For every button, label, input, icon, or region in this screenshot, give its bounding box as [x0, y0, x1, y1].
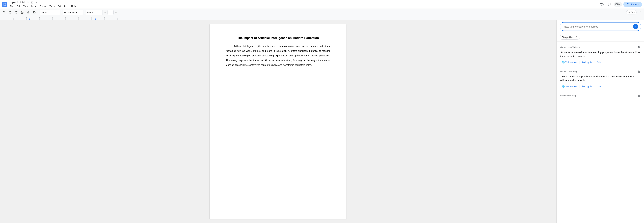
main-layout: The Impact of Artificial Intelligence on…: [0, 20, 644, 223]
source-quote-bold-1: 62%: [635, 51, 640, 54]
title-section: Impact of AI ☆ ⊡ ☁ File Edit View Insert…: [9, 1, 598, 8]
menu-view[interactable]: View: [22, 4, 29, 8]
font-label: Arial: [87, 11, 92, 14]
undo-btn[interactable]: [8, 10, 13, 15]
paintformat-btn[interactable]: [32, 10, 37, 15]
visit-source-1[interactable]: 🌐 Visit source: [560, 60, 578, 64]
zoom-value: 100%: [41, 11, 47, 14]
search-submit-button[interactable]: →: [633, 24, 638, 29]
svg-point-3: [3, 12, 5, 13]
font-size-input[interactable]: [108, 10, 114, 15]
cite-btn-2[interactable]: Cite ▾: [595, 84, 604, 88]
copy-btn-2[interactable]: ⧉ Copy ⧉: [580, 84, 593, 88]
share-chevron: ▾: [638, 3, 639, 6]
more-toolbar-btn[interactable]: ⋮: [119, 10, 124, 15]
zoom-dropdown[interactable]: 100% ▾: [40, 10, 60, 15]
spellcheck-btn[interactable]: [26, 10, 31, 15]
menu-insert[interactable]: Insert: [30, 4, 38, 8]
svg-rect-5: [22, 13, 23, 14]
video-call-group[interactable]: ▾: [614, 2, 622, 7]
copy-icon-3: ⧉: [582, 85, 584, 88]
cloud-icon[interactable]: ☁: [35, 1, 38, 4]
redo-btn[interactable]: [14, 10, 19, 15]
source-quote-bold-2b: 63%: [616, 75, 621, 78]
font-size-increase[interactable]: +: [114, 10, 118, 15]
title-icons: ☆ ⊡ ☁: [26, 1, 38, 4]
divider-action-3: |: [579, 85, 580, 88]
visit-source-label-1: Visit source: [565, 61, 576, 64]
divider-1: [38, 11, 38, 15]
source-origin-2: started.com • Blog: [560, 70, 577, 73]
ruler-canvas: [0, 16, 644, 20]
divider-2: [61, 11, 62, 15]
sidebar-search-header: →: [557, 20, 644, 33]
filter-row: Toggle filters ⚙: [557, 33, 644, 42]
menu-format[interactable]: Format: [38, 4, 48, 8]
toggle-filters-button[interactable]: Toggle filters ⚙: [560, 35, 580, 40]
source-quote-bold-2a: 73%: [560, 75, 565, 78]
collapse-toolbar-btn[interactable]: ⌃: [637, 10, 643, 15]
edit-mode-btn[interactable]: ✎ ▾: [626, 10, 636, 15]
comment-button[interactable]: [606, 1, 612, 8]
source-quote-1: Students who used adaptive learning prog…: [560, 51, 641, 58]
doc-body[interactable]: Artificial Intelligence (AI) has become …: [226, 44, 330, 67]
cite-label-1: Cite: [597, 61, 601, 64]
toolbar-right: ✎ ▾ ⌃: [626, 10, 643, 15]
menu-edit[interactable]: Edit: [15, 4, 22, 8]
title-bar: Impact of AI ☆ ⊡ ☁ File Edit View Insert…: [0, 0, 644, 9]
history-button[interactable]: [599, 1, 605, 8]
source-quote-end-1: increase in test scores.: [560, 55, 586, 58]
ruler: [0, 16, 644, 20]
zoom-chevron: ▾: [48, 11, 49, 14]
style-label: Normal text: [64, 11, 75, 14]
source-card-3: artsmart.ai • Blog 🗑: [557, 91, 644, 100]
menu-bar: File Edit View Insert Format Tools Exten…: [9, 4, 598, 8]
copy-icon-2: ⧉: [590, 61, 592, 64]
divider-action-4: |: [594, 85, 595, 88]
source-delete-1[interactable]: 🗑: [637, 46, 641, 49]
search-toolbar-btn[interactable]: [1, 10, 7, 15]
cite-chevron-2: ▾: [602, 85, 602, 88]
svg-line-4: [4, 13, 5, 14]
font-size-decrease[interactable]: −: [103, 10, 107, 15]
divider-action-2: |: [594, 61, 595, 64]
cite-btn-1[interactable]: Cite ▾: [595, 60, 604, 64]
source-meta-3: artsmart.ai • Blog 🗑: [560, 94, 641, 98]
doc-title[interactable]: Impact of AI: [9, 1, 25, 4]
star-icon[interactable]: ☆: [26, 1, 29, 4]
copy-icon-1: ⧉: [582, 61, 584, 64]
move-icon[interactable]: ⊡: [30, 1, 34, 4]
svg-marker-0: [618, 4, 618, 5]
visit-source-2[interactable]: 🌐 Visit source: [560, 84, 578, 88]
copy-label-1: Copy: [584, 61, 589, 64]
source-meta-1: claned.com • Website 🗑: [560, 46, 641, 49]
divider-action-1: |: [579, 61, 580, 64]
source-quote-2: 73% of students report better understand…: [560, 75, 641, 82]
menu-tools[interactable]: Tools: [48, 4, 56, 8]
toolbar: 100% ▾ Normal text ▾ Arial ▾ − + ⋮ ✎ ▾ ⌃: [0, 9, 644, 16]
font-dropdown[interactable]: Arial ▾: [86, 10, 102, 15]
cite-label-2: Cite: [597, 85, 601, 88]
style-dropdown[interactable]: Normal text ▾: [63, 10, 83, 15]
source-delete-3[interactable]: 🗑: [637, 94, 641, 98]
share-button[interactable]: Share ▾: [623, 2, 642, 7]
source-quote-middle-2: of students report better understanding,…: [565, 75, 616, 78]
sources-list: claned.com • Website 🗑 Students who used…: [557, 42, 644, 102]
doc-paragraph-1: Artificial Intelligence (AI) has become …: [226, 44, 330, 67]
search-input[interactable]: [563, 25, 632, 28]
globe-icon-2: 🌐: [562, 85, 565, 88]
doc-area[interactable]: The Impact of Artificial Intelligence on…: [0, 20, 556, 223]
menu-file[interactable]: File: [9, 4, 15, 8]
copy-btn-1[interactable]: ⧉ Copy ⧉: [580, 60, 593, 64]
edit-chevron: ▾: [634, 11, 635, 14]
header-right: ▾ Share ▾: [599, 1, 642, 8]
app-icon: [2, 2, 8, 7]
print-btn[interactable]: [20, 10, 25, 15]
visit-source-label-2: Visit source: [565, 85, 576, 88]
source-delete-2[interactable]: 🗑: [637, 70, 641, 73]
source-actions-2: 🌐 Visit source | ⧉ Copy ⧉ | Cite ▾: [560, 84, 641, 88]
share-label: Share: [630, 3, 636, 6]
menu-extensions[interactable]: Extensions: [56, 4, 70, 8]
edit-mode-label: ✎: [631, 11, 633, 14]
menu-help[interactable]: Help: [70, 4, 77, 8]
